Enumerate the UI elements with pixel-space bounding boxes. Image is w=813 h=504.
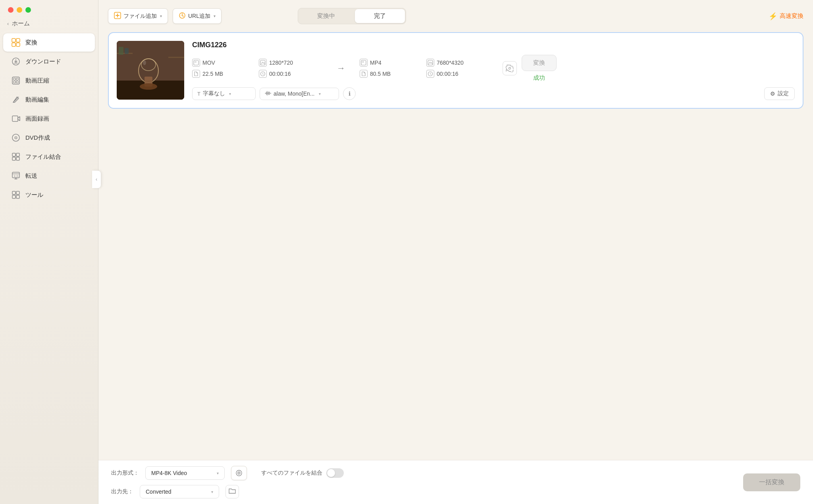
sidebar-item-label-tools: ツール (25, 191, 43, 199)
thumbnail-image (117, 41, 184, 100)
file-info: CIMG1226 MOV (192, 41, 795, 100)
maximize-button[interactable] (25, 7, 31, 13)
svg-rect-29 (117, 41, 184, 81)
svg-rect-3 (16, 43, 20, 46)
svg-point-51 (239, 473, 239, 473)
output-row-2: 80.5 MB 00:00:16 (360, 70, 490, 78)
svg-rect-16 (16, 153, 19, 156)
sidebar-item-download[interactable]: ダウンロード (3, 52, 95, 71)
source-format-item: MOV (192, 59, 256, 67)
sidebar-item-record[interactable]: 画面録画 (3, 110, 95, 128)
batch-convert-button[interactable]: 一括変換 (743, 473, 800, 491)
audio-select[interactable]: alaw, Mono[En... ▾ (260, 88, 339, 100)
sidebar-item-label-dvd: DVD作成 (25, 134, 50, 142)
source-meta: MOV 1280*720 (192, 59, 322, 78)
output-size-item: 80.5 MB (360, 70, 423, 78)
svg-rect-37 (119, 47, 123, 55)
traffic-lights (0, 0, 98, 17)
audio-label: alaw, Mono[En... (274, 90, 315, 97)
add-url-button[interactable]: URL追加 ▾ (173, 8, 222, 24)
sidebar-collapse-button[interactable]: ‹ (92, 171, 101, 188)
sidebar-item-edit[interactable]: 動画編集 (3, 90, 95, 109)
format-row: 出力形式： MP4-8K Video ▾ すべてのファイルを結合 (111, 466, 344, 480)
output-resolution-icon (426, 59, 434, 67)
subtitle-label: 字幕なし (203, 90, 225, 97)
merge-icon (11, 152, 21, 162)
output-row-1: MP4 7680*4320 (360, 59, 490, 67)
add-file-label: ファイル追加 (123, 13, 157, 20)
sidebar-item-dvd[interactable]: DVD作成 (3, 129, 95, 147)
format-label: 出力形式： (111, 469, 139, 477)
toolbar: ファイル追加 ▾ URL追加 ▾ 変換中 完了 ⚡ 高速変換 (108, 8, 803, 24)
file-card: CIMG1226 MOV (108, 32, 803, 109)
add-url-icon (179, 12, 186, 20)
lightning-icon: ⚡ (769, 12, 777, 21)
merge-toggle-group: すべてのファイルを結合 (261, 468, 344, 478)
output-format-item: MP4 (360, 59, 423, 67)
audio-chevron: ▾ (319, 92, 321, 96)
svg-rect-9 (13, 81, 15, 83)
svg-rect-6 (12, 77, 19, 84)
tools-icon (11, 190, 21, 200)
back-icon: ‹ (7, 21, 9, 27)
high-speed-label: 高速変換 (780, 12, 803, 20)
download-icon (11, 57, 21, 66)
close-button[interactable] (8, 7, 13, 13)
output-meta: MP4 7680*4320 (360, 59, 490, 78)
svg-rect-45 (362, 61, 364, 63)
sidebar-item-tools[interactable]: ツール (3, 186, 95, 204)
info-button[interactable]: ℹ (343, 87, 356, 100)
add-file-chevron: ▾ (160, 14, 162, 18)
source-resolution-item: 1280*720 (259, 59, 322, 67)
file-name: CIMG1226 (192, 41, 795, 49)
convert-button[interactable]: 変換 (522, 55, 557, 71)
format-value: MP4-8K Video (151, 470, 187, 476)
record-icon (11, 114, 21, 123)
svg-text:1|1: 1|1 (13, 175, 19, 178)
add-file-button[interactable]: ファイル追加 ▾ (108, 8, 168, 24)
file-settings-icon[interactable] (503, 61, 517, 75)
format-settings-button[interactable] (231, 466, 247, 480)
output-duration-icon (426, 70, 434, 78)
svg-rect-2 (12, 43, 15, 46)
svg-point-48 (509, 67, 511, 69)
size-icon (192, 70, 200, 78)
svg-rect-41 (195, 61, 197, 63)
bottom-rows: 出力形式： MP4-8K Video ▾ すべてのファイルを結合 (111, 466, 344, 498)
add-url-label: URL追加 (188, 13, 210, 20)
merge-toggle[interactable] (326, 468, 344, 478)
format-select[interactable]: MP4-8K Video ▾ (145, 466, 225, 480)
subtitle-select[interactable]: T 字幕なし ▾ (192, 87, 256, 100)
home-label: ホーム (12, 20, 30, 27)
source-row-1: MOV 1280*720 (192, 59, 322, 67)
sidebar-item-merge[interactable]: ファイル結合 (3, 148, 95, 166)
arrow-right-icon: → (337, 63, 345, 73)
tab-done[interactable]: 完了 (355, 9, 405, 23)
convert-area: 変換 成功 (522, 55, 557, 82)
home-button[interactable]: ‹ ホーム (0, 17, 98, 33)
merge-label: すべてのファイルを結合 (261, 469, 322, 477)
folder-icon (229, 488, 236, 496)
settings-label: 設定 (778, 90, 789, 97)
settings-button[interactable]: ⚙ 設定 (764, 87, 795, 100)
high-speed-button[interactable]: ⚡ 高速変換 (769, 12, 803, 21)
folder-button[interactable] (225, 485, 239, 498)
svg-rect-36 (168, 57, 184, 58)
svg-point-34 (140, 83, 157, 90)
sidebar-item-convert[interactable]: 変換 (3, 33, 95, 52)
path-select[interactable]: Converted ▾ (140, 485, 219, 498)
minimize-button[interactable] (17, 7, 22, 13)
svg-rect-18 (16, 157, 19, 160)
svg-rect-22 (12, 191, 15, 194)
output-duration: 00:00:16 (437, 71, 459, 77)
source-row-2: 22.5 MB 00:00:16 (192, 70, 322, 78)
svg-rect-23 (16, 191, 19, 194)
sidebar-item-transfer[interactable]: 1|1 転送 (3, 167, 95, 185)
svg-rect-24 (12, 195, 15, 198)
tab-converting[interactable]: 変換中 (298, 8, 354, 24)
source-duration: 00:00:16 (269, 71, 291, 77)
sidebar-item-compress[interactable]: 動画圧縮 (3, 71, 95, 90)
compress-icon (11, 76, 21, 85)
source-duration-item: 00:00:16 (259, 70, 322, 78)
dvd-icon (11, 133, 21, 142)
